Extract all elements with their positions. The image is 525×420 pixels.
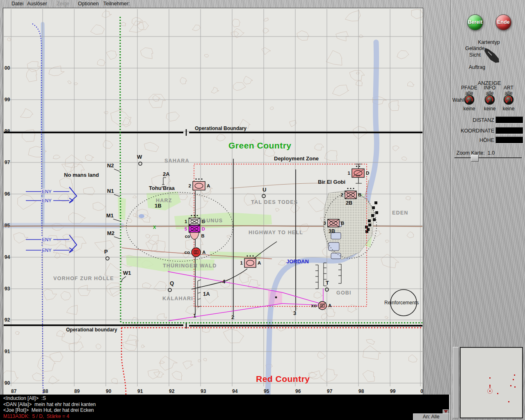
grid-x-label: 96 xyxy=(295,388,301,394)
marker-w: W xyxy=(137,154,142,160)
tactical-map[interactable]: 8788899091929394959697989900009998979695… xyxy=(3,8,423,395)
map-label-vorhof-zur-h-lle: VORHOF ZUR HÖLLE xyxy=(53,275,114,281)
map-label-highway-to-hell: HIGHWAY TO HELL xyxy=(249,230,303,235)
grid-y-label: 90 xyxy=(5,380,10,386)
unit-left-label: 1 xyxy=(185,219,187,224)
minimap-scrollbar[interactable] xyxy=(453,347,459,418)
minimap-unit-dot xyxy=(513,379,514,380)
grid-x-label: 88 xyxy=(43,388,48,394)
unit-left-label: 1 xyxy=(348,171,351,176)
chat-message: <DAN [Alla]> mein hat ehr hat drei kante… xyxy=(0,402,449,408)
map-control-auftrag[interactable]: Auftrag xyxy=(469,64,485,70)
minimap-unit-dot xyxy=(508,401,509,402)
minimap-unit-dot xyxy=(497,393,498,394)
minimap-unit-dot xyxy=(514,386,516,388)
chat-scroll-down-icon[interactable] xyxy=(443,409,449,413)
readout-label-höhe: HÖHE xyxy=(451,137,494,143)
grid-y-label: 94 xyxy=(5,254,10,260)
map-control-gelaende[interactable]: Gelände xyxy=(465,46,484,51)
map-label-bir-el-gobi: Bir El Gobi xyxy=(318,179,345,185)
anzeige-knob-info[interactable] xyxy=(484,94,495,105)
enemy-arrow-label: ENY xyxy=(42,189,52,194)
grid-x-label: 87 xyxy=(11,388,17,394)
enemy-arrow-label: ENY xyxy=(42,198,52,203)
unit-right-label: B xyxy=(358,192,361,197)
unit-symbol-3B[interactable] xyxy=(328,219,339,227)
end-button[interactable]: Ende xyxy=(495,14,511,30)
grid-x-label: 92 xyxy=(169,388,175,394)
building-square xyxy=(375,211,378,214)
grid-y-label: 93 xyxy=(5,286,10,292)
unit-left-label: 1 xyxy=(240,260,243,265)
map-label-operational-boundary: Operational boundary xyxy=(66,327,117,333)
map-control-sicht[interactable]: Sicht xyxy=(469,52,481,58)
anzeige-knob-art[interactable] xyxy=(503,94,514,105)
unit-right-label: D xyxy=(202,226,205,231)
grid-y-label: 95 xyxy=(5,223,10,228)
map-label-jordan: JORDAN xyxy=(286,258,309,265)
unit-right-label: B xyxy=(341,221,344,226)
grid-x-label: 97 xyxy=(327,388,333,394)
unit-symbol-xoA[interactable] xyxy=(318,301,326,310)
map-label-1: 1 xyxy=(193,313,196,319)
grid-y-label: 96 xyxy=(5,191,10,197)
menu-item-auslser[interactable]: Auslöser xyxy=(27,1,47,7)
grid-y-label: 92 xyxy=(5,317,10,323)
grid-x-label: 89 xyxy=(74,388,80,394)
menu-item-optionen[interactable]: Optionen xyxy=(78,1,99,7)
map-label-red-country: Red Country xyxy=(256,374,310,383)
unit-left-label: co xyxy=(185,250,190,255)
anzeige-art-keine: keine xyxy=(503,106,515,112)
minimap-unit-dot xyxy=(489,385,491,386)
readout-label-distanz: DISTANZ xyxy=(451,117,494,123)
anzeige-col-art: ART xyxy=(504,85,514,91)
marker-w1: W1 xyxy=(123,270,131,276)
grid-x-label: 90 xyxy=(106,388,112,394)
map-label-green-country: Green Country xyxy=(228,141,292,150)
chat-recipient-button[interactable]: An: Alle xyxy=(413,413,449,420)
grid-x-label: 94 xyxy=(232,388,238,394)
building-square xyxy=(368,224,371,226)
menu-item-datei[interactable]: Datei xyxy=(11,1,23,7)
map-label-taunus: TAUNUS xyxy=(199,218,223,224)
grid-x-label: 91 xyxy=(137,388,143,394)
map-label-no-mans-land: No mans land xyxy=(64,172,99,178)
anzeige-pfade-keine: keine xyxy=(463,106,475,112)
zoom-slider-track[interactable] xyxy=(454,158,522,159)
anzeige-col-info: INFO xyxy=(484,85,496,91)
minimap[interactable] xyxy=(460,347,523,418)
grid-x-label: 99 xyxy=(390,388,396,394)
wahl-label: Wahl xyxy=(452,97,464,103)
chat-message: <Joe [Rot]> Mein Hut, der hat drei Ecken xyxy=(0,407,449,413)
menu-item-teilnehmer[interactable]: Teilnehmer: xyxy=(103,1,130,7)
town-building xyxy=(331,253,341,259)
ready-button[interactable]: Bereit xyxy=(467,14,483,30)
map-label-sahara: SAHARA xyxy=(164,158,189,164)
anzeige-knob-pfade[interactable] xyxy=(464,94,475,105)
map-label-1b: 1B xyxy=(155,203,162,209)
marker-n1: N1 xyxy=(107,188,114,194)
menu-item-zeige[interactable]: Zeige xyxy=(57,1,69,7)
map-control-kartentyp[interactable]: Kartentyp xyxy=(478,39,500,45)
unit-right-label: A xyxy=(328,303,331,308)
map-label-kalahari: KALAHARI xyxy=(162,296,193,301)
pond xyxy=(139,214,144,218)
minimap-unit-dot xyxy=(489,377,491,379)
grid-y-label: 99 xyxy=(5,97,10,103)
unit-right-label: A xyxy=(202,250,205,255)
marker-n2: N2 xyxy=(107,162,114,169)
unit-symbol-coA[interactable] xyxy=(192,248,201,257)
anzeige-info-keine: keine xyxy=(484,106,496,112)
unit-left-label: 3 xyxy=(324,221,326,226)
map-label-x: X xyxy=(153,225,156,230)
marker-u: U xyxy=(262,187,266,193)
building-square xyxy=(368,219,371,222)
map-label-deployment-zone: Deployment Zone xyxy=(274,155,319,162)
unit-status-text: M113A3DK: 5 / D, Stärke = 4 xyxy=(3,413,69,419)
unit-left-label: 2 xyxy=(189,183,191,188)
forest-area xyxy=(118,197,126,220)
unit-designation: 2B xyxy=(346,200,352,206)
zoom-slider-handle[interactable] xyxy=(471,155,479,162)
unit-right-label: A xyxy=(207,183,210,188)
map-label-tohu-braa: Tohu'Braa xyxy=(149,185,175,191)
